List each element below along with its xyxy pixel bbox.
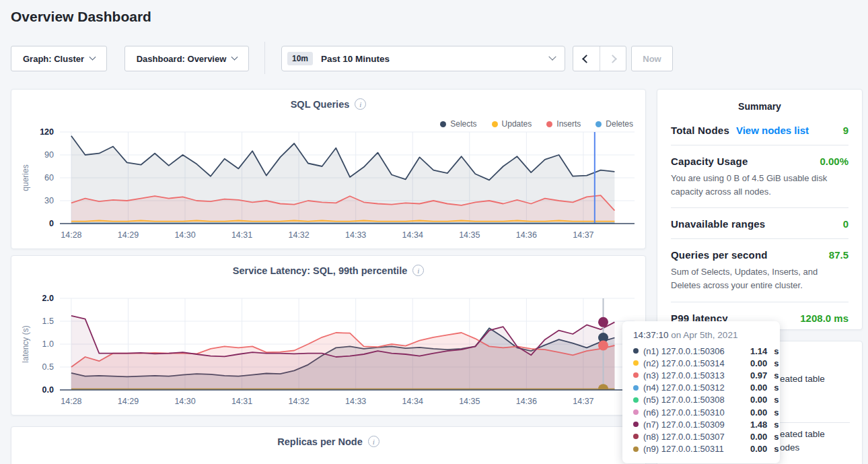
capacity-usage-description: You are using 0 B of 4.5 GiB usable disk… [671, 172, 848, 207]
now-button[interactable]: Now [631, 46, 673, 71]
capacity-usage-value: 0.00% [820, 156, 848, 167]
svg-text:90: 90 [44, 150, 54, 160]
svg-text:14:30: 14:30 [174, 230, 195, 240]
svg-text:0: 0 [49, 219, 54, 228]
time-range-badge: 10m [287, 52, 313, 65]
tooltip-node-unit: s [774, 444, 779, 454]
tooltip-node-address: (n3) 127.0.0.1:50313 [643, 370, 746, 380]
svg-text:0.0: 0.0 [42, 385, 54, 395]
svg-text:14:33: 14:33 [345, 230, 366, 240]
tooltip-node-address: (n7) 127.0.0.1:50309 [643, 420, 746, 430]
chevron-left-icon [582, 55, 591, 63]
tooltip-node-address: (n4) 127.0.0.1:50312 [643, 383, 746, 393]
tooltip-rows: (n1) 127.0.0.1:503061.14s(n2) 127.0.0.1:… [633, 345, 769, 455]
event-item-fragment: eated table [780, 374, 825, 384]
graph-dropdown[interactable]: Graph: Cluster [11, 46, 107, 71]
tooltip-row: (n1) 127.0.0.1:503061.14s [633, 345, 769, 357]
svg-text:14:32: 14:32 [288, 230, 309, 240]
service-latency-chart[interactable]: 14:2814:2914:3014:3114:3214:3314:3414:35… [17, 294, 641, 411]
toolbar-divider [264, 42, 265, 74]
svg-text:2.0: 2.0 [42, 294, 54, 303]
time-range-label: Past 10 Minutes [321, 54, 390, 64]
graph-dropdown-label: Graph: Cluster [23, 54, 84, 64]
info-icon[interactable]: i [368, 436, 379, 447]
unavailable-ranges-value: 0 [843, 218, 848, 230]
event-item-fragment: odes [780, 442, 799, 453]
time-range-selector[interactable]: 10m Past 10 Minutes [281, 46, 565, 71]
tooltip-node-address: (n9) 127.0.0.1:50311 [643, 444, 746, 454]
svg-text:1.0: 1.0 [42, 339, 54, 349]
chevron-down-icon [548, 53, 556, 61]
svg-text:14:37: 14:37 [573, 397, 593, 406]
tooltip-timestamp: 14:37:10 on Apr 5th, 2021 [633, 330, 769, 340]
svg-text:14:35: 14:35 [459, 397, 480, 406]
queries-per-second-label: Queries per second [671, 249, 768, 261]
view-nodes-list-link[interactable]: View nodes list [736, 125, 809, 136]
svg-text:120: 120 [40, 127, 54, 137]
svg-text:14:34: 14:34 [402, 230, 423, 240]
total-nodes-value: 9 [843, 125, 848, 136]
info-icon[interactable]: i [355, 98, 366, 110]
tooltip-time: 14:37:10 [633, 330, 669, 340]
svg-text:1.5: 1.5 [42, 317, 54, 326]
tooltip-row: (n9) 127.0.0.1:503110.00s [633, 443, 769, 455]
page-title: Overview Dashboard [11, 9, 151, 25]
svg-text:14:34: 14:34 [402, 397, 423, 406]
tooltip-node-unit: s [774, 432, 779, 442]
summary-panel: Summary Total Nodes View nodes list 9 Ca… [657, 89, 863, 330]
queries-per-second-description: Sum of Selects, Updates, Inserts, and De… [671, 265, 848, 301]
svg-text:latency (s): latency (s) [21, 325, 30, 362]
tooltip-node-value: 0.00 [750, 358, 767, 368]
svg-text:14:30: 14:30 [174, 397, 195, 406]
svg-text:queries: queries [21, 164, 30, 191]
svg-text:14:37: 14:37 [573, 230, 593, 240]
chevron-down-icon [89, 53, 96, 60]
time-forward-button[interactable] [600, 46, 626, 71]
series-color-dot-icon [633, 372, 639, 378]
svg-text:14:31: 14:31 [231, 397, 252, 406]
tooltip-node-value: 1.48 [750, 420, 767, 430]
tooltip-row: (n6) 127.0.0.1:503100.00s [633, 406, 769, 418]
tooltip-node-unit: s [774, 383, 779, 393]
series-color-dot-icon [633, 385, 639, 391]
tooltip-row: (n5) 127.0.0.1:503080.00s [633, 394, 769, 406]
capacity-usage-label: Capacity Usage [671, 156, 748, 167]
tooltip-node-unit: s [774, 407, 779, 418]
unavailable-ranges-label: Unavailable ranges [671, 218, 765, 230]
total-nodes-label: Total Nodes [671, 125, 729, 136]
tooltip-node-address: (n8) 127.0.0.1:50307 [643, 432, 746, 442]
dashboard-dropdown-label: Dashboard: Overview [137, 54, 227, 64]
tooltip-node-value: 0.00 [750, 407, 767, 418]
sql-queries-chart[interactable]: 14:2814:2914:3014:3114:3214:3314:3414:35… [17, 127, 641, 244]
svg-text:14:32: 14:32 [288, 397, 309, 406]
p99-latency-value: 1208.0 ms [800, 312, 848, 324]
legend-dot-icon [440, 121, 446, 127]
svg-text:60: 60 [44, 173, 54, 183]
series-color-dot-icon [633, 446, 639, 452]
svg-text:14:28: 14:28 [61, 397, 81, 406]
legend-dot-icon [492, 121, 498, 127]
overview-dashboard-page: Overview Dashboard Graph: Cluster Dashbo… [0, 0, 868, 464]
time-back-button[interactable] [573, 46, 600, 71]
series-color-dot-icon [633, 348, 639, 354]
tooltip-node-address: (n5) 127.0.0.1:50308 [643, 395, 746, 405]
event-item-fragment: eated table [780, 429, 825, 439]
svg-text:14:29: 14:29 [118, 397, 139, 406]
tooltip-row: (n7) 127.0.0.1:503091.48s [633, 418, 769, 430]
tooltip-row: (n4) 127.0.0.1:503120.00s [633, 382, 769, 394]
tooltip-row: (n2) 127.0.0.1:503140.00s [633, 357, 769, 369]
sql-queries-title: SQL Queries [291, 99, 350, 110]
tooltip-node-unit: s [774, 346, 779, 356]
tooltip-node-value: 0.00 [750, 432, 767, 442]
dashboard-dropdown[interactable]: Dashboard: Overview [124, 46, 249, 71]
time-step-buttons [573, 46, 626, 71]
summary-heading: Summary [671, 90, 848, 114]
tooltip-node-value: 0.00 [750, 444, 767, 454]
tooltip-node-address: (n6) 127.0.0.1:50310 [643, 407, 746, 418]
svg-text:14:36: 14:36 [516, 397, 537, 406]
info-icon[interactable]: i [412, 265, 424, 276]
svg-text:14:36: 14:36 [516, 230, 537, 240]
svg-text:14:29: 14:29 [118, 230, 139, 240]
tooltip-node-value: 0.00 [750, 383, 767, 393]
legend-dot-icon [546, 121, 552, 127]
